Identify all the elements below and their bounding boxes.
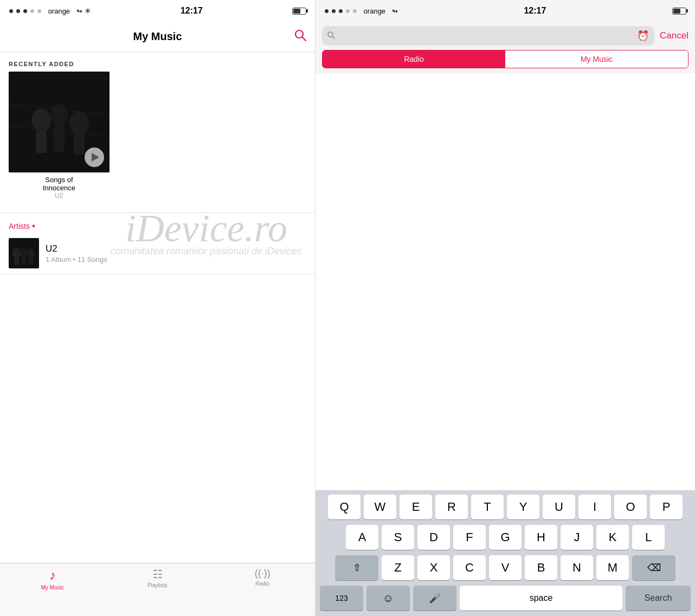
carrier-name: orange	[48, 7, 70, 15]
album-artist: U2	[9, 192, 110, 200]
key-K[interactable]: K	[596, 525, 629, 550]
svg-line-19	[332, 36, 334, 39]
key-M[interactable]: M	[596, 555, 629, 580]
key-C[interactable]: C	[453, 555, 486, 580]
key-S[interactable]: S	[382, 525, 414, 550]
search-bar-row: ⏰ Cancel	[316, 22, 695, 50]
mic-key[interactable]: 🎤	[413, 586, 456, 611]
num-key[interactable]: 123	[320, 586, 363, 611]
album-grid: Songs ofInnocence U2	[0, 72, 315, 208]
r-dot-3	[339, 9, 343, 13]
r-dot-2	[332, 9, 336, 13]
battery-fill-right	[673, 9, 680, 14]
key-G[interactable]: G	[489, 525, 522, 550]
keyboard-row-2: A S D F G H J K L	[318, 525, 693, 550]
status-bar-right: orange ↬ 12:17	[316, 0, 695, 22]
key-Q[interactable]: Q	[328, 495, 361, 519]
key-F[interactable]: F	[453, 525, 486, 550]
signal-dot-2	[16, 9, 20, 13]
page-title: My Music	[133, 30, 182, 43]
key-I[interactable]: I	[578, 495, 611, 519]
key-Y[interactable]: Y	[507, 495, 539, 519]
tab-playlists-label: Playlists	[147, 582, 168, 588]
svg-rect-13	[15, 258, 19, 265]
svg-point-14	[20, 247, 28, 256]
segment-control: Radio My Music	[322, 50, 688, 68]
artist-meta: 1 Album • 11 Songs	[46, 255, 306, 264]
playlists-icon: ☷	[153, 568, 163, 581]
backspace-key[interactable]: ⌫	[632, 555, 675, 580]
key-X[interactable]: X	[417, 555, 450, 580]
signal-dot-1	[9, 9, 13, 13]
tab-my-music[interactable]: ♪ My Music	[0, 568, 105, 591]
search-icon-right	[327, 31, 335, 39]
status-bar-left: orange ↬ ✳ 12:17	[0, 0, 315, 22]
album-thumbnail[interactable]	[9, 72, 110, 172]
artist-list-item[interactable]: U2 1 Album • 11 Songs	[0, 233, 315, 274]
key-W[interactable]: W	[364, 495, 396, 519]
tab-bar: ♪ My Music ☷ Playlists ((·)) Radio	[0, 563, 315, 616]
key-N[interactable]: N	[561, 555, 593, 580]
left-panel: orange ↬ ✳ 12:17 My Music RECENTLY ADDED	[0, 0, 316, 616]
key-B[interactable]: B	[525, 555, 557, 580]
key-A[interactable]: A	[346, 525, 378, 550]
segment-my-music[interactable]: My Music	[505, 50, 688, 68]
key-E[interactable]: E	[400, 495, 432, 519]
space-key[interactable]: space	[460, 586, 622, 611]
search-icon	[294, 29, 306, 41]
svg-line-1	[303, 37, 306, 41]
play-overlay-button[interactable]	[85, 147, 104, 167]
key-T[interactable]: T	[471, 495, 504, 519]
battery-box-right	[672, 8, 686, 15]
time-right: 12:17	[524, 6, 546, 16]
artist-thumbnail	[9, 238, 39, 268]
emoji-key[interactable]: ☺	[366, 586, 410, 611]
segment-radio[interactable]: Radio	[323, 50, 505, 68]
clock-icon: ⏰	[637, 30, 649, 42]
key-O[interactable]: O	[614, 495, 647, 519]
signal-carrier-group: orange ↬ ✳	[9, 7, 91, 15]
wifi-icon: ↬	[76, 7, 82, 15]
keyboard-row-1: Q W E R T Y U I O P	[318, 495, 693, 519]
play-icon	[92, 153, 99, 162]
key-R[interactable]: R	[435, 495, 468, 519]
key-H[interactable]: H	[525, 525, 557, 550]
recently-added-label: RECENTLY ADDED	[0, 52, 315, 72]
tab-playlists[interactable]: ☷ Playlists	[105, 568, 210, 588]
search-return-key[interactable]: Search	[626, 586, 691, 611]
key-U[interactable]: U	[543, 495, 575, 519]
signal-dot-3	[23, 9, 27, 13]
artist-name: U2	[46, 243, 306, 254]
search-input-wrapper[interactable]: ⏰	[322, 26, 654, 46]
shift-key[interactable]: ⇧	[335, 555, 378, 580]
signal-group-right: orange ↬	[324, 7, 398, 15]
artists-label: Artists	[9, 222, 30, 230]
music-note-icon: ♪	[49, 568, 56, 583]
key-J[interactable]: J	[561, 525, 593, 550]
keyboard-row-4: 123 ☺ 🎤 space Search	[318, 586, 693, 611]
key-P[interactable]: P	[650, 495, 683, 519]
search-button[interactable]	[294, 29, 306, 44]
carrier-right: orange	[364, 7, 385, 15]
artists-section-label[interactable]: Artists ▾	[0, 217, 315, 233]
battery-right	[672, 8, 686, 15]
key-V[interactable]: V	[489, 555, 522, 580]
r-dot-4	[346, 9, 350, 13]
artist-thumb-img	[9, 238, 39, 268]
svg-rect-17	[29, 258, 33, 265]
tab-my-music-label: My Music	[41, 585, 64, 591]
tab-radio[interactable]: ((·)) Radio	[210, 568, 315, 587]
right-panel: orange ↬ 12:17 ⏰ Cancel Radio	[316, 0, 695, 616]
svg-point-16	[27, 248, 35, 258]
r-dot-5	[353, 9, 357, 13]
radio-icon: ((·))	[255, 568, 271, 579]
key-L[interactable]: L	[632, 525, 665, 550]
svg-rect-4	[36, 131, 47, 153]
search-input[interactable]	[338, 31, 634, 41]
key-D[interactable]: D	[417, 525, 450, 550]
cancel-button[interactable]: Cancel	[660, 30, 688, 41]
key-Z[interactable]: Z	[382, 555, 414, 580]
artist-art-svg	[9, 238, 39, 268]
wifi-icon-right: ↬	[392, 7, 398, 15]
time-display-left: 12:17	[181, 6, 203, 16]
